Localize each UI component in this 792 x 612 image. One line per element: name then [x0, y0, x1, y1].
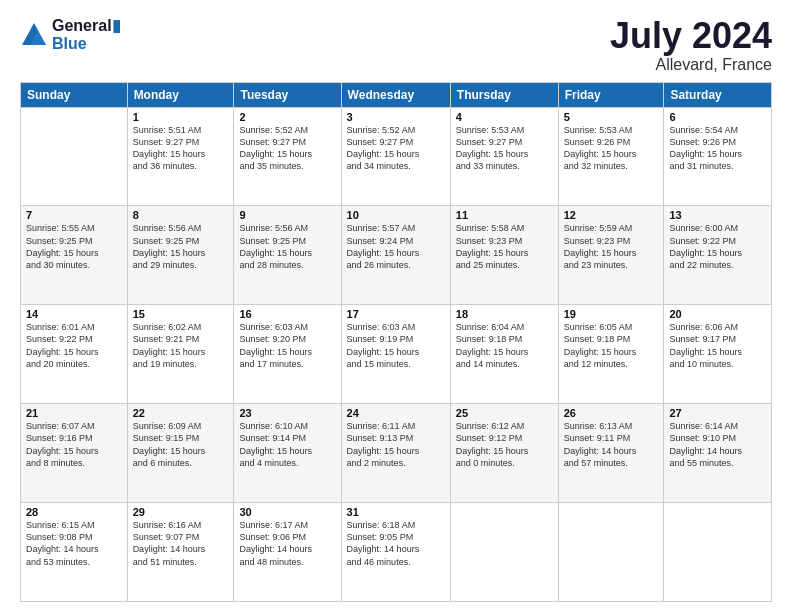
day-number: 29	[133, 506, 229, 518]
logo: General▮ Blue	[20, 16, 121, 53]
table-row: 24Sunrise: 6:11 AM Sunset: 9:13 PM Dayli…	[341, 404, 450, 503]
cell-info: Sunrise: 5:53 AM Sunset: 9:26 PM Dayligh…	[564, 124, 659, 173]
table-row: 25Sunrise: 6:12 AM Sunset: 9:12 PM Dayli…	[450, 404, 558, 503]
day-number: 3	[347, 111, 445, 123]
cell-info: Sunrise: 6:17 AM Sunset: 9:06 PM Dayligh…	[239, 519, 335, 568]
location: Allevard, France	[610, 56, 772, 74]
day-number: 10	[347, 209, 445, 221]
day-number: 23	[239, 407, 335, 419]
calendar-row: 28Sunrise: 6:15 AM Sunset: 9:08 PM Dayli…	[21, 503, 772, 602]
day-number: 22	[133, 407, 229, 419]
day-number: 4	[456, 111, 553, 123]
col-saturday: Saturday	[664, 82, 772, 107]
day-number: 13	[669, 209, 766, 221]
cell-info: Sunrise: 6:05 AM Sunset: 9:18 PM Dayligh…	[564, 321, 659, 370]
table-row: 18Sunrise: 6:04 AM Sunset: 9:18 PM Dayli…	[450, 305, 558, 404]
day-number: 25	[456, 407, 553, 419]
table-row: 17Sunrise: 6:03 AM Sunset: 9:19 PM Dayli…	[341, 305, 450, 404]
table-row	[450, 503, 558, 602]
cell-info: Sunrise: 5:56 AM Sunset: 9:25 PM Dayligh…	[133, 222, 229, 271]
cell-info: Sunrise: 6:07 AM Sunset: 9:16 PM Dayligh…	[26, 420, 122, 469]
day-number: 5	[564, 111, 659, 123]
cell-info: Sunrise: 6:10 AM Sunset: 9:14 PM Dayligh…	[239, 420, 335, 469]
day-number: 26	[564, 407, 659, 419]
cell-info: Sunrise: 5:57 AM Sunset: 9:24 PM Dayligh…	[347, 222, 445, 271]
header: General▮ Blue July 2024 Allevard, France	[20, 16, 772, 74]
cell-info: Sunrise: 5:51 AM Sunset: 9:27 PM Dayligh…	[133, 124, 229, 173]
day-number: 18	[456, 308, 553, 320]
table-row: 30Sunrise: 6:17 AM Sunset: 9:06 PM Dayli…	[234, 503, 341, 602]
day-number: 31	[347, 506, 445, 518]
title-block: July 2024 Allevard, France	[610, 16, 772, 74]
day-number: 19	[564, 308, 659, 320]
col-sunday: Sunday	[21, 82, 128, 107]
table-row: 12Sunrise: 5:59 AM Sunset: 9:23 PM Dayli…	[558, 206, 664, 305]
cell-info: Sunrise: 5:54 AM Sunset: 9:26 PM Dayligh…	[669, 124, 766, 173]
day-number: 24	[347, 407, 445, 419]
col-monday: Monday	[127, 82, 234, 107]
table-row: 27Sunrise: 6:14 AM Sunset: 9:10 PM Dayli…	[664, 404, 772, 503]
table-row: 20Sunrise: 6:06 AM Sunset: 9:17 PM Dayli…	[664, 305, 772, 404]
table-row: 28Sunrise: 6:15 AM Sunset: 9:08 PM Dayli…	[21, 503, 128, 602]
cell-info: Sunrise: 6:14 AM Sunset: 9:10 PM Dayligh…	[669, 420, 766, 469]
day-number: 28	[26, 506, 122, 518]
month-year: July 2024	[610, 16, 772, 56]
calendar-row: 21Sunrise: 6:07 AM Sunset: 9:16 PM Dayli…	[21, 404, 772, 503]
day-number: 20	[669, 308, 766, 320]
day-number: 16	[239, 308, 335, 320]
col-thursday: Thursday	[450, 82, 558, 107]
day-number: 7	[26, 209, 122, 221]
day-number: 17	[347, 308, 445, 320]
table-row: 31Sunrise: 6:18 AM Sunset: 9:05 PM Dayli…	[341, 503, 450, 602]
day-number: 1	[133, 111, 229, 123]
table-row: 23Sunrise: 6:10 AM Sunset: 9:14 PM Dayli…	[234, 404, 341, 503]
cell-info: Sunrise: 6:12 AM Sunset: 9:12 PM Dayligh…	[456, 420, 553, 469]
table-row: 21Sunrise: 6:07 AM Sunset: 9:16 PM Dayli…	[21, 404, 128, 503]
table-row: 29Sunrise: 6:16 AM Sunset: 9:07 PM Dayli…	[127, 503, 234, 602]
cell-info: Sunrise: 6:00 AM Sunset: 9:22 PM Dayligh…	[669, 222, 766, 271]
cell-info: Sunrise: 6:09 AM Sunset: 9:15 PM Dayligh…	[133, 420, 229, 469]
logo-icon	[20, 21, 48, 49]
cell-info: Sunrise: 6:18 AM Sunset: 9:05 PM Dayligh…	[347, 519, 445, 568]
col-friday: Friday	[558, 82, 664, 107]
table-row: 2Sunrise: 5:52 AM Sunset: 9:27 PM Daylig…	[234, 107, 341, 206]
table-row: 11Sunrise: 5:58 AM Sunset: 9:23 PM Dayli…	[450, 206, 558, 305]
table-row: 4Sunrise: 5:53 AM Sunset: 9:27 PM Daylig…	[450, 107, 558, 206]
cell-info: Sunrise: 5:55 AM Sunset: 9:25 PM Dayligh…	[26, 222, 122, 271]
day-number: 12	[564, 209, 659, 221]
cell-info: Sunrise: 5:58 AM Sunset: 9:23 PM Dayligh…	[456, 222, 553, 271]
header-row: Sunday Monday Tuesday Wednesday Thursday…	[21, 82, 772, 107]
table-row: 5Sunrise: 5:53 AM Sunset: 9:26 PM Daylig…	[558, 107, 664, 206]
table-row: 1Sunrise: 5:51 AM Sunset: 9:27 PM Daylig…	[127, 107, 234, 206]
table-row: 26Sunrise: 6:13 AM Sunset: 9:11 PM Dayli…	[558, 404, 664, 503]
table-row	[21, 107, 128, 206]
calendar-row: 7Sunrise: 5:55 AM Sunset: 9:25 PM Daylig…	[21, 206, 772, 305]
day-number: 11	[456, 209, 553, 221]
cell-info: Sunrise: 6:11 AM Sunset: 9:13 PM Dayligh…	[347, 420, 445, 469]
table-row: 15Sunrise: 6:02 AM Sunset: 9:21 PM Dayli…	[127, 305, 234, 404]
table-row: 10Sunrise: 5:57 AM Sunset: 9:24 PM Dayli…	[341, 206, 450, 305]
table-row: 8Sunrise: 5:56 AM Sunset: 9:25 PM Daylig…	[127, 206, 234, 305]
day-number: 2	[239, 111, 335, 123]
day-number: 30	[239, 506, 335, 518]
table-row: 22Sunrise: 6:09 AM Sunset: 9:15 PM Dayli…	[127, 404, 234, 503]
day-number: 27	[669, 407, 766, 419]
cell-info: Sunrise: 6:16 AM Sunset: 9:07 PM Dayligh…	[133, 519, 229, 568]
table-row: 7Sunrise: 5:55 AM Sunset: 9:25 PM Daylig…	[21, 206, 128, 305]
logo-text: General▮ Blue	[52, 16, 121, 53]
cell-info: Sunrise: 6:01 AM Sunset: 9:22 PM Dayligh…	[26, 321, 122, 370]
cell-info: Sunrise: 6:04 AM Sunset: 9:18 PM Dayligh…	[456, 321, 553, 370]
table-row: 9Sunrise: 5:56 AM Sunset: 9:25 PM Daylig…	[234, 206, 341, 305]
cell-info: Sunrise: 6:06 AM Sunset: 9:17 PM Dayligh…	[669, 321, 766, 370]
table-row: 19Sunrise: 6:05 AM Sunset: 9:18 PM Dayli…	[558, 305, 664, 404]
day-number: 9	[239, 209, 335, 221]
cell-info: Sunrise: 6:15 AM Sunset: 9:08 PM Dayligh…	[26, 519, 122, 568]
cell-info: Sunrise: 5:52 AM Sunset: 9:27 PM Dayligh…	[347, 124, 445, 173]
cell-info: Sunrise: 6:03 AM Sunset: 9:19 PM Dayligh…	[347, 321, 445, 370]
day-number: 8	[133, 209, 229, 221]
day-number: 15	[133, 308, 229, 320]
cell-info: Sunrise: 6:02 AM Sunset: 9:21 PM Dayligh…	[133, 321, 229, 370]
table-row: 13Sunrise: 6:00 AM Sunset: 9:22 PM Dayli…	[664, 206, 772, 305]
table-row	[558, 503, 664, 602]
day-number: 6	[669, 111, 766, 123]
